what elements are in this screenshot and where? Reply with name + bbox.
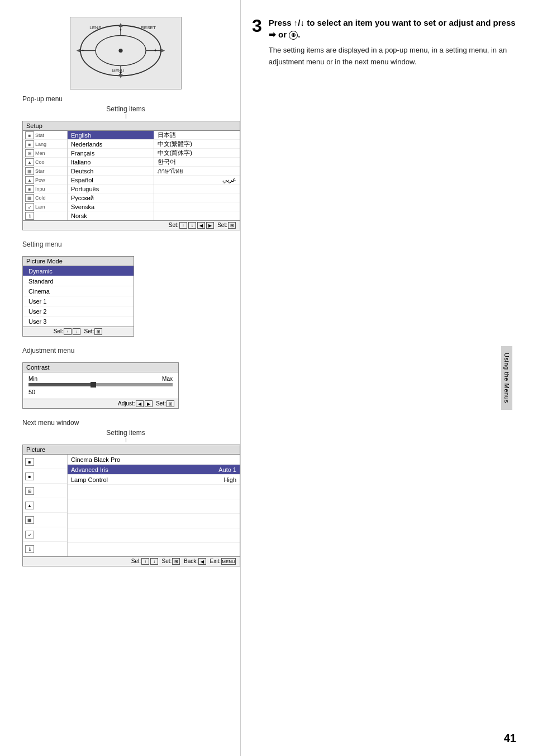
next-icon-info: ▲ (25, 502, 34, 509)
next-row-advanced-iris: Advanced Iris Auto 1 (68, 465, 240, 475)
popup-menu-label: Pop-up menu (22, 95, 229, 103)
next-menu-label: Next menu window (22, 419, 229, 427)
lang-russian: Русский (68, 193, 154, 202)
lang-chinese-trad: 中文(繁體字) (154, 140, 240, 149)
svg-text:RESET: RESET (141, 25, 156, 30)
next-menu-title: Picture (23, 445, 240, 455)
adj-menu-title: Contrast (23, 363, 178, 372)
popup-menu-icons: ■ Stat ■ Lang ⊞ Men ▲ Coo (23, 131, 68, 220)
lamp-control-label: Lamp Control (71, 476, 108, 483)
setting-items-label: Setting items (22, 105, 229, 113)
step-header: 3 Press ↑/↓ to select an item you want t… (252, 17, 522, 68)
next-icon-color: ▦ (25, 516, 34, 524)
step-description: The setting items are displayed in a pop… (269, 45, 522, 68)
next-icon-7: ℹ (23, 542, 67, 556)
next-row-spacer-4 (68, 528, 240, 543)
next-icon-3: ⊞ (23, 484, 67, 498)
adj-slider-labels: Min Max (28, 376, 173, 382)
next-icon-picture: ■ (25, 458, 34, 466)
setting-row-user2: User 2 (23, 306, 134, 316)
next-menu-setting-items-label: Setting items (22, 429, 229, 437)
popup-menu-content: ■ Stat ■ Lang ⊞ Men ▲ Coo (23, 131, 240, 220)
next-menu-box: Picture ■ ■ ⊞ ▲ (22, 445, 240, 566)
icon-label-3: Men (35, 150, 45, 156)
icon-audio: ■ (25, 185, 34, 193)
next-row-lamp-control: Lamp Control High (68, 475, 240, 485)
lang-empty-1 (154, 185, 240, 193)
next-icon-adj: ↙ (25, 531, 34, 538)
icon-lamp: ↙ (25, 203, 34, 211)
popup-icon-row-3: ⊞ Men (23, 149, 67, 158)
next-icon-screen: ■ (25, 472, 34, 480)
next-icon-2: ■ (23, 469, 67, 484)
lang-portugues: Português (68, 185, 154, 193)
adj-slider-thumb (91, 382, 96, 388)
next-row-cinema-black: Cinema Black Pro (68, 455, 240, 465)
next-menu-content: ■ ■ ⊞ ▲ ▦ ↙ (23, 455, 240, 556)
popup-icon-row-6: ▲ Pow (23, 176, 67, 185)
svg-point-2 (118, 49, 122, 53)
svg-marker-14 (118, 23, 122, 27)
next-menu-footer: Sel:↑↓ Set:⊞ Back:◀ Exit:MENU (23, 556, 240, 566)
advanced-iris-label: Advanced Iris (71, 466, 108, 473)
step-content: Press ↑/↓ to select an item you want to … (269, 17, 522, 68)
next-icon-setup: ⊞ (25, 487, 34, 495)
lang-svenska: Svenska (68, 202, 154, 211)
next-row-spacer-1 (68, 485, 240, 499)
adj-menu-footer: Adjust:◀▶ Set:⊞ (23, 399, 178, 408)
step-arrow-symbol: ➡ (269, 30, 276, 39)
adj-value: 50 (28, 389, 173, 395)
setting-menu-box: Picture Mode Dynamic Standard Cinema Use… (22, 256, 134, 337)
svg-text:+: + (119, 27, 122, 33)
svg-text:+: + (154, 48, 156, 53)
lang-norsk: Norsk (68, 211, 154, 220)
svg-marker-17 (161, 49, 165, 53)
popup-icon-row-10: ℹ (23, 211, 67, 220)
setting-row-cinema: Cinema (23, 286, 134, 296)
adj-min-label: Min (28, 376, 37, 382)
circle-icon: ⊕ (289, 31, 298, 40)
next-menu-rows: Cinema Black Pro Advanced Iris Auto 1 La… (68, 455, 240, 556)
setting-menu-footer: Sel:↑↓ Set:⊞ (23, 327, 134, 336)
lang-nederlands: Nederlands (68, 140, 154, 149)
adj-max-label: Max (162, 376, 173, 382)
popup-icon-row-9: ↙ Lam (23, 202, 67, 211)
lang-english: English (68, 131, 154, 140)
icon-setup: ⊞ (25, 149, 34, 157)
lang-col-2: 日本語 中文(繁體字) 中文(简体字) 한국어 ภาษาไทย عربي (154, 131, 240, 220)
svg-text:LENS: LENS (89, 25, 102, 30)
icon-label-5: Star (35, 168, 45, 174)
icon-label-4: Coo (35, 159, 45, 165)
icon-label-9: Lam (35, 204, 45, 210)
icon-label-7: Inpu (35, 186, 45, 192)
icon-network: ▲ (25, 176, 34, 184)
next-menu-icons: ■ ■ ⊞ ▲ ▦ ↙ (23, 455, 68, 556)
lang-espanol: Español (68, 176, 154, 185)
lamp-control-value: High (223, 476, 236, 483)
setting-row-dynamic: Dynamic (23, 266, 134, 276)
next-icon-4: ▲ (23, 498, 67, 513)
lang-arabic: عربي (154, 176, 240, 185)
lang-japanese: 日本語 (154, 131, 240, 140)
lang-empty-2 (154, 193, 240, 202)
lang-thai: ภาษาไทย (154, 167, 240, 176)
next-icon-5: ▦ (23, 513, 67, 527)
lang-empty-3 (154, 202, 240, 211)
popup-menu-box: Setup ■ Stat ■ Lang ⊞ Men (22, 121, 240, 230)
popup-icon-row-2: ■ Lang (23, 140, 67, 149)
icon-info2: ℹ (25, 212, 34, 220)
side-tab: Using the Menus (501, 346, 512, 410)
popup-menu-footer: Set:↑↓◀▶ Set:⊞ (23, 220, 240, 230)
svg-marker-16 (77, 49, 80, 53)
setting-menu-title: Picture Mode (23, 257, 134, 266)
step-number: 3 (252, 17, 262, 35)
adj-menu-content: Min Max 50 (23, 372, 178, 399)
camera-image: + + + + LENS RESET MENU (70, 17, 182, 89)
icon-label-1: Stat (35, 133, 44, 138)
popup-icon-row-5: ▦ Star (23, 167, 67, 176)
lang-francais: Français (68, 149, 154, 158)
icon-label-6: Pow (35, 177, 45, 183)
next-icon-1: ■ (23, 455, 67, 469)
icon-picture: ■ (25, 131, 34, 139)
lang-empty-4 (154, 211, 240, 220)
